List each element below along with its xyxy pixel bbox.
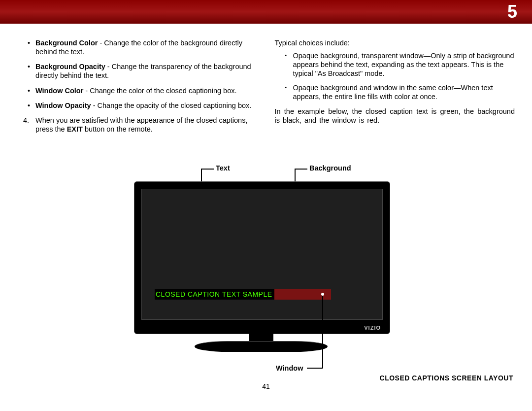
term: Background Opacity — [35, 63, 105, 70]
right-column: Typical choices include: Opaque backgrou… — [275, 38, 515, 134]
list-item: Window Opacity - Change the opacity of t… — [35, 101, 258, 110]
leader-line-window — [322, 294, 323, 368]
options-list: Background Color - Change the color of t… — [17, 38, 258, 110]
leader-bar-icon — [307, 368, 323, 369]
chapter-number: 5 — [507, 1, 517, 22]
desc: - Change the color of the closed caption… — [83, 87, 236, 95]
list-item: Opaque background, transparent window—On… — [293, 51, 515, 78]
leader-bar-icon — [295, 169, 307, 170]
example-paragraph: In the example below, the closed caption… — [275, 107, 515, 125]
leader-bar-icon — [201, 169, 214, 170]
tv-screen — [141, 189, 383, 320]
page-number: 41 — [262, 382, 270, 390]
term: Window Color — [35, 87, 83, 95]
header-bar: 5 — [0, 0, 532, 24]
step-4: When you are satisfied with the appearan… — [35, 116, 258, 134]
desc: - Change the opacity of the closed capti… — [91, 102, 252, 109]
list-item: Background Color - Change the color of t… — [35, 38, 258, 56]
tv-stand-base — [195, 341, 328, 352]
caption-background: CLOSED CAPTION TEXT SAMPLE — [155, 289, 274, 300]
content-columns: Background Color - Change the color of t… — [0, 24, 532, 134]
list-item: Opaque background and window in the same… — [293, 83, 515, 101]
tv-illustration: Text Background VIZIO CLOSED CAPTION TEX… — [0, 162, 532, 393]
label-window: Window — [276, 364, 323, 372]
exit-button-label: EXIT — [67, 125, 83, 133]
tv-frame: VIZIO — [134, 181, 390, 334]
list-item: Background Opacity - Change the transpar… — [35, 62, 258, 80]
label-text: Text — [216, 164, 230, 172]
label-window-value: Window — [276, 364, 303, 372]
figure-caption: CLOSED CAPTIONS SCREEN LAYOUT — [380, 374, 513, 382]
choices-list: Opaque background, transparent window—On… — [275, 51, 515, 101]
step-list: When you are satisfied with the appearan… — [17, 116, 258, 134]
label-background-value: Background — [309, 164, 351, 172]
left-column: Background Color - Change the color of t… — [17, 38, 258, 134]
tv-brand-logo: VIZIO — [364, 325, 381, 331]
caption-sample-text: CLOSED CAPTION TEXT SAMPLE — [156, 290, 272, 298]
step-text-suffix: button on the remote. — [83, 125, 153, 133]
term: Background Color — [35, 39, 98, 47]
label-background: Background — [309, 164, 351, 172]
term: Window Opacity — [35, 102, 91, 109]
leader-dot-icon — [321, 293, 324, 296]
label-text-value: Text — [216, 164, 230, 172]
list-item: Window Color - Change the color of the c… — [35, 86, 258, 95]
typical-intro: Typical choices include: — [275, 38, 515, 47]
